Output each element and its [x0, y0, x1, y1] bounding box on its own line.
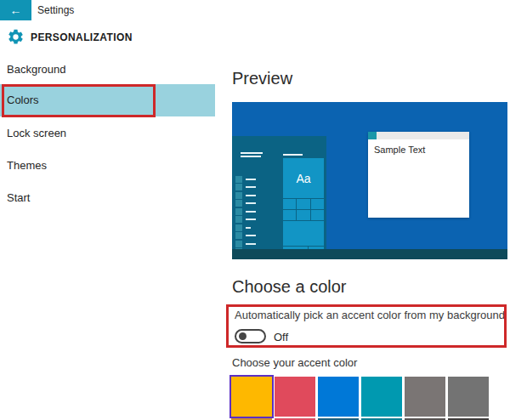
- accent-color-label: Choose your accent color: [232, 356, 357, 369]
- start-tile-aa-label: Aa: [296, 172, 310, 185]
- menu-square: [235, 192, 242, 199]
- settings-window: ← Settings PERSONALIZATION Background Co…: [0, 0, 510, 420]
- menu-dash: [246, 219, 256, 220]
- desktop-preview: Aa Sample Text: [232, 102, 507, 259]
- auto-accent-toggle[interactable]: [235, 329, 266, 343]
- accent-swatch[interactable]: [231, 377, 272, 417]
- menu-dash: [246, 195, 256, 196]
- choose-color-heading: Choose a color: [232, 277, 347, 297]
- window-accent-square: [368, 132, 377, 139]
- sidebar-item-colors[interactable]: Colors: [0, 84, 215, 116]
- preview-heading: Preview: [232, 69, 292, 88]
- sidebar-item-themes[interactable]: Themes: [0, 157, 215, 174]
- sidebar-item-lock-screen[interactable]: Lock screen: [0, 125, 215, 142]
- menu-square: [235, 176, 242, 183]
- page-title: PERSONALIZATION: [31, 31, 133, 43]
- taskbar: [232, 249, 507, 259]
- menu-tile-column: [235, 176, 261, 255]
- auto-accent-label: Automatically pick an accent color from …: [235, 309, 505, 321]
- toggle-state-label: Off: [274, 331, 288, 343]
- menu-dash: [246, 202, 256, 204]
- menu-dash: [246, 186, 256, 188]
- accent-swatch[interactable]: [448, 377, 489, 417]
- tile-header-line: [283, 154, 303, 156]
- start-menu-panel: Aa: [232, 136, 326, 259]
- accent-swatch[interactable]: [405, 377, 445, 417]
- accent-swatch-row: [231, 377, 489, 417]
- menu-dash: [246, 227, 251, 229]
- menu-square: [235, 241, 242, 247]
- sidebar-item-start[interactable]: Start: [0, 190, 215, 207]
- accent-swatch[interactable]: [318, 377, 359, 417]
- tile-large: [283, 221, 324, 246]
- toggle-knob: [239, 332, 246, 340]
- sample-window: Sample Text: [368, 132, 469, 218]
- accent-swatch[interactable]: [361, 377, 402, 417]
- accent-swatch[interactable]: [275, 377, 315, 417]
- menu-dash: [246, 179, 256, 180]
- menu-dash: [246, 211, 256, 213]
- menu-dash: [246, 235, 256, 236]
- tile: [297, 199, 309, 209]
- menu-header-line: [241, 152, 263, 154]
- back-arrow-icon: ←: [10, 4, 22, 16]
- sidebar-item-colors-label: Colors: [7, 84, 39, 116]
- menu-square: [235, 200, 242, 207]
- window-title: Settings: [37, 4, 74, 16]
- menu-dash: [246, 243, 256, 245]
- back-button[interactable]: ←: [0, 0, 31, 20]
- tile-grid: [283, 199, 324, 220]
- start-tile-aa: Aa: [283, 158, 324, 198]
- menu-square: [235, 208, 242, 215]
- window-titlebar: [368, 132, 469, 139]
- tile: [311, 210, 324, 220]
- tile: [283, 210, 296, 220]
- sample-text: Sample Text: [374, 145, 425, 155]
- menu-square: [235, 232, 242, 239]
- tile: [283, 199, 296, 209]
- sidebar-item-background[interactable]: Background: [0, 61, 215, 78]
- tile: [311, 199, 324, 209]
- menu-square: [235, 224, 242, 231]
- tile: [297, 210, 309, 220]
- menu-square: [235, 216, 242, 223]
- menu-header-line: [241, 156, 261, 157]
- menu-square: [235, 184, 242, 190]
- gear-icon: [7, 28, 25, 46]
